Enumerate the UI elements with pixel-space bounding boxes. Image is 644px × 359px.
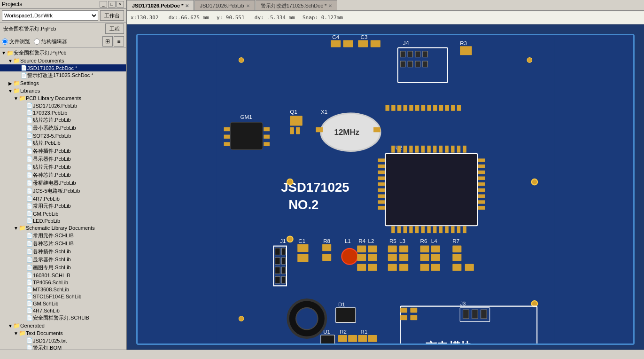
tab-pcblib[interactable]: JSD171026.PcbLib ✕ [194,0,255,10]
workspace-selector[interactable]: Workspace1.DsnWrk [2,10,98,21]
project-name-field[interactable] [2,23,103,34]
svg-rect-58 [409,226,412,233]
pcblib-gzxp[interactable]: 📄各种芯片.PcbLib [0,171,126,179]
schlib-stc[interactable]: 📄STC15F104E.SchLib [0,293,126,300]
pcblib-icon-cyuan: 📄 [26,203,33,209]
gm1-chip [230,122,263,149]
toggle-textdocs[interactable]: ▼ [13,331,19,336]
tab-schdoc-label: 警示灯改进171025.SchDoc * [261,2,327,9]
pcblib-min[interactable]: 📄最小系统版.PcbLib [0,124,126,132]
schlib-icon-disp: 📄 [26,257,33,263]
txt-icon-jsd: 📄 [26,337,33,343]
pcblib-gm[interactable]: 📄GM.PcbLib [0,210,126,217]
pcblib-icon-jsd: 📄 [26,102,33,109]
c1-label: C1 [298,238,305,244]
pcb-canvas[interactable]: C4 C3 J4 R3 [127,24,644,350]
minimize-button[interactable]: _ [100,1,107,8]
pcblib-sot[interactable]: 📄SOT23-5.PcbLib [0,132,126,139]
pcblib-jsd-label: JSD171026.PcbLib [33,103,77,109]
pcblib-tiepian[interactable]: 📄贴片芯片.PcbLib [0,116,126,124]
pcblib-cyuan[interactable]: 📄常用元件.PcbLib [0,202,126,210]
tab-pcblib-close[interactable]: ✕ [246,3,250,8]
close-button[interactable]: × [116,1,124,8]
tab-schdoc[interactable]: 警示灯改进171025.SchDoc * ✕ [256,0,338,10]
toggle-generated[interactable]: ▼ [8,323,13,328]
toggle-pcblibs[interactable]: ▼ [13,96,19,101]
txt-bom[interactable]: 📄警示灯.BOM [0,344,126,350]
libraries-node[interactable]: ▼ 📁 Libraries [0,87,126,94]
schlib-disp[interactable]: 📄显示器件.SchLib [0,256,126,264]
tree-root[interactable]: ▼ 📁 安全围栏警示灯.PrjPcb [0,49,126,57]
schlib-cyuan[interactable]: 📄常用元件.SCHLIB [0,232,126,240]
schlib-tp4056[interactable]: 📄TP4056.SchLib [0,279,126,286]
schlib-4r7[interactable]: 📄4R7.SchLib [0,307,126,314]
pcblib-4r7-label: 4R7.PcbLib [33,196,60,202]
file-tree[interactable]: ▼ 📁 安全围栏警示灯.PrjPcb ▼ 📁 Source Documents … [0,48,126,350]
pcb-lib-docs-node[interactable]: ▼ 📁 PCB Library Documents [0,94,126,102]
svg-rect-38 [478,188,485,192]
schlib-aqwl[interactable]: 📄安全围栏警示灯.SCHLIB [0,314,126,322]
generated-node[interactable]: ▼ 📁 Generated [0,322,126,329]
struct-view-radio[interactable]: 结构编辑器 [34,38,67,45]
pcblib-led[interactable]: 📄LED.PcbLib [0,217,126,224]
schlib-mt3608[interactable]: 📄MT3608.SchLib [0,286,126,293]
schlib-gzcj[interactable]: 📄各种插件.SchLib [0,248,126,256]
svg-rect-37 [478,182,485,186]
pcblib-disp-label: 显示器件.PcbLib [33,156,71,163]
svg-rect-109 [463,310,469,319]
pcblib-mqjd[interactable]: 📄母桥继电器.PcbLib [0,179,126,187]
pcblib-170923[interactable]: 📄170923.PcbLib [0,109,126,116]
toggle-source[interactable]: ▼ [8,58,13,63]
text-docs-node[interactable]: ▼ 📁 Text Documents [0,329,126,337]
pcblib-4r7[interactable]: 📄4R7.PcbLib [0,195,126,202]
schdoc-file[interactable]: 📄 警示灯改进171025.SchDoc * [0,71,126,79]
svg-rect-92 [452,246,461,253]
svg-rect-71 [275,276,280,283]
pcblib-tp[interactable]: 📄贴片.PcbLib [0,139,126,147]
schlib-160801[interactable]: 📄160801.SCHLIB [0,272,126,279]
svg-rect-4 [371,40,380,47]
schlib-htzs[interactable]: 📄画图专用.SchLib [0,264,126,272]
toggle-root[interactable]: ▼ [1,50,7,55]
tab-pcbdoc[interactable]: JSD171026.PcbDoc * ✕ [127,0,194,10]
file-view-radio[interactable]: 文件浏览 [2,38,30,45]
txt-jsd[interactable]: 📄JSD171025.txt [0,337,126,344]
schlib-gm[interactable]: 📄GM.SchLib [0,300,126,307]
svg-rect-7 [415,51,420,57]
pcblib-tyuan[interactable]: 📄贴片元件.PcbLib [0,163,126,171]
view-icon-2[interactable]: ≡ [114,36,124,47]
libraries-label: Libraries [20,88,40,94]
pcblib-tiepian-label: 贴片芯片.PcbLib [33,117,71,124]
tab-schdoc-close[interactable]: ✕ [328,3,332,8]
pcblib-icon-170923: 📄 [26,109,33,116]
pcblib-disp[interactable]: 📄显示器件.PcbLib [0,155,126,163]
j4-label: J4 [403,40,409,47]
toggle-libs[interactable]: ▼ [8,88,13,94]
svg-rect-91 [431,254,440,261]
svg-rect-52 [451,146,454,153]
settings-node[interactable]: ▶ 📁 Settings [0,79,126,87]
source-docs-node[interactable]: ▼ 📁 Source Documents [0,57,126,64]
schlib-disp-label: 显示器件.SchLib [33,256,71,263]
svg-rect-85 [388,254,397,261]
svg-rect-50 [439,146,442,153]
project-button[interactable]: 工程 [105,23,124,34]
pcblib-cjj[interactable]: 📄各种插件.PcbLib [0,147,126,155]
svg-rect-18 [264,142,270,146]
svg-rect-43 [397,146,401,153]
svg-rect-126 [427,105,431,111]
schlib-gzxp[interactable]: 📄各种芯片.SCHLIB [0,240,126,248]
maximize-button[interactable]: □ [108,1,116,8]
pcblib-gzxp-label: 各种芯片.PcbLib [33,172,71,179]
tab-pcbdoc-close[interactable]: ✕ [185,3,189,8]
tab-pcblib-label: JSD171026.PcbLib [200,3,244,8]
workspace-button[interactable]: 工作台 [100,10,124,21]
pcblib-jsd[interactable]: 📄JSD171026.PcbLib [0,102,126,109]
toggle-schlibs[interactable]: ▼ [13,226,19,231]
pcbdoc-file[interactable]: 📄 JSD171026.PcbDoc * [0,64,126,71]
sch-lib-docs-node[interactable]: ▼ 📁 Schematic Library Documents [0,224,126,232]
view-icon-1[interactable]: ⊞ [102,36,113,47]
pcblib-jcs5[interactable]: 📄JCS-5电路板.PcbLib [0,187,126,195]
toggle-settings[interactable]: ▶ [8,81,13,86]
pcblib-min-label: 最小系统版.PcbLib [33,125,76,132]
